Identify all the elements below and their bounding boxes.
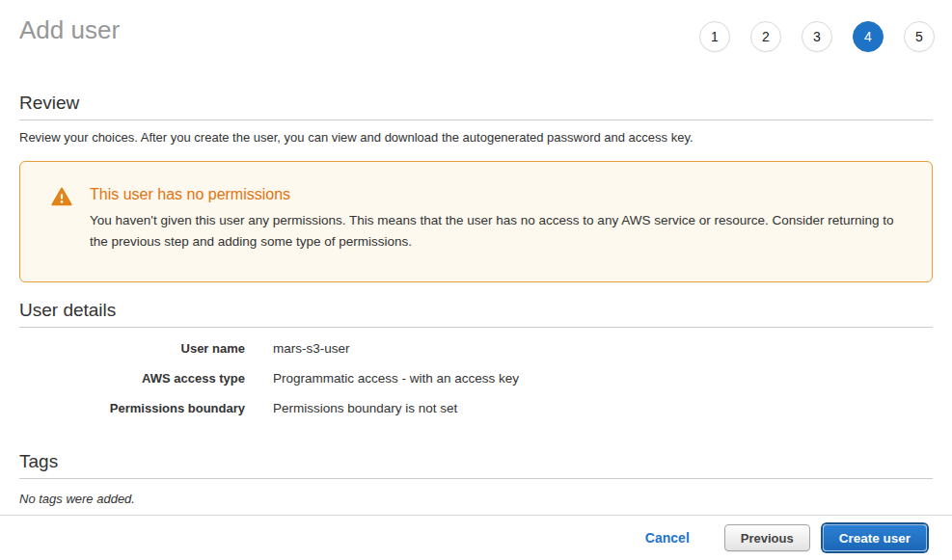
- no-permissions-warning: This user has no permissions You haven't…: [19, 161, 933, 282]
- detail-value: Permissions boundary is not set: [273, 399, 457, 418]
- review-description: Review your choices. After you create th…: [19, 130, 933, 145]
- detail-row-permissions-boundary: Permissions boundary Permissions boundar…: [19, 399, 933, 418]
- detail-row-access-type: AWS access type Programmatic access - wi…: [19, 369, 933, 388]
- detail-value: Programmatic access - with an access key: [273, 369, 519, 388]
- previous-button[interactable]: Previous: [724, 524, 810, 551]
- step-5[interactable]: 5: [904, 21, 935, 52]
- step-1[interactable]: 1: [699, 21, 730, 52]
- warning-title: This user has no permissions: [90, 185, 903, 204]
- page-title: Add user: [19, 15, 120, 44]
- tags-empty-message: No tags were added.: [19, 492, 933, 506]
- create-user-button[interactable]: Create user: [823, 524, 927, 551]
- step-indicator: 1 2 3 4 5: [699, 15, 935, 52]
- tags-heading: Tags: [19, 451, 933, 479]
- user-details-list: User name mars-s3-user AWS access type P…: [19, 339, 933, 418]
- wizard-body: Review Review your choices. After you cr…: [0, 93, 952, 506]
- detail-row-user-name: User name mars-s3-user: [19, 339, 933, 359]
- step-4-active[interactable]: 4: [853, 21, 884, 52]
- user-details-heading: User details: [19, 300, 933, 328]
- step-2[interactable]: 2: [750, 21, 781, 52]
- wizard-footer: Cancel Previous Create user: [0, 515, 952, 560]
- cancel-link[interactable]: Cancel: [645, 530, 690, 546]
- warning-content: This user has no permissions You haven't…: [90, 185, 903, 253]
- step-3[interactable]: 3: [802, 21, 832, 52]
- detail-label: AWS access type: [19, 369, 245, 388]
- warning-body: You haven't given this user any permissi…: [90, 210, 903, 253]
- wizard-header: Add user 1 2 3 4 5: [0, 0, 952, 52]
- detail-label: Permissions boundary: [19, 399, 245, 418]
- detail-value: mars-s3-user: [273, 339, 350, 359]
- warning-triangle-icon: [51, 186, 72, 207]
- review-heading: Review: [19, 93, 933, 120]
- detail-label: User name: [19, 339, 245, 359]
